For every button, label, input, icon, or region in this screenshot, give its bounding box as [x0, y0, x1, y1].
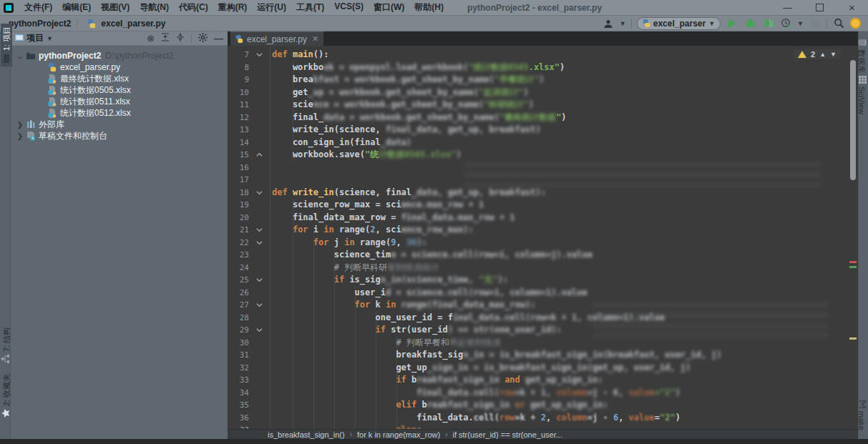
fold-marker-icon[interactable]	[249, 324, 270, 337]
code-token: if	[376, 325, 391, 335]
tool-window-button[interactable]: 数据库	[856, 36, 867, 76]
line-number: 29	[228, 324, 249, 337]
code-token: final_data.cell(	[416, 388, 499, 398]
menu-item[interactable]: 窗口(W)	[369, 1, 409, 14]
user-icon[interactable]	[602, 17, 615, 30]
tree-item[interactable]: ❯外部库	[11, 119, 228, 130]
profiler-dropdown-icon[interactable]: ▼	[797, 20, 804, 27]
menu-item[interactable]: 重构(R)	[213, 1, 253, 14]
tree-item[interactable]: ❯草稿文件和控制台	[11, 130, 228, 142]
menu-item[interactable]: 运行(U)	[252, 1, 291, 14]
run-button[interactable]	[726, 17, 738, 30]
code-token: "早餐统计"	[494, 74, 539, 84]
header-divider	[191, 34, 192, 43]
fold-marker-icon[interactable]	[249, 187, 270, 199]
hide-panel-icon[interactable]: —	[214, 33, 223, 44]
tree-item[interactable]: 统计数据0511.xlsx	[11, 96, 228, 107]
menu-item[interactable]: 代码(C)	[174, 1, 213, 14]
tool-window-button[interactable]: 2: 收藏夹	[1, 371, 12, 420]
code-line: 13 write_in(science, final_data, get_up,…	[228, 124, 858, 137]
chevron-down-icon[interactable]: ▼	[47, 35, 53, 42]
code-token: =k +	[515, 413, 541, 423]
menu-item[interactable]: 导航(N)	[135, 1, 174, 14]
maximize-button[interactable]	[804, 0, 836, 15]
tool-window-button[interactable]: SciView	[857, 73, 867, 117]
chevron-collapsed-icon: ❯	[15, 121, 25, 129]
code-line: 32 get_up_sign_in = is_breakfast_sign_in…	[228, 362, 858, 375]
fold-marker-icon[interactable]	[249, 49, 270, 61]
close-button[interactable]: ×	[836, 0, 868, 15]
excel-icon	[47, 86, 58, 95]
settings-gear-icon[interactable]	[198, 33, 208, 44]
breadcrumb-item[interactable]: if str(user_id) == str(one_user...	[452, 430, 562, 439]
menu-item[interactable]: 文件(F)	[19, 1, 57, 14]
promotion-icon[interactable]	[850, 18, 861, 29]
stop-button[interactable]	[809, 17, 821, 30]
code-token: )	[523, 87, 528, 97]
nav-crumb-file[interactable]: excel_parser.py	[99, 19, 167, 29]
fold-marker-icon[interactable]	[249, 237, 270, 250]
run-configuration-select[interactable]: excel_parser ▼	[637, 17, 721, 30]
code-token: is_sig	[349, 275, 380, 285]
code-token: =j - 6,	[587, 388, 629, 398]
fold-spacer	[249, 87, 270, 99]
fold-spacer	[249, 362, 270, 375]
code-text	[270, 174, 272, 187]
menu-item[interactable]: 编辑(E)	[57, 1, 96, 14]
prev-problem-icon[interactable]: ▲	[819, 51, 826, 58]
tree-item[interactable]: ⌄pythonProject2D:\pythonProject2	[11, 50, 228, 61]
search-everywhere-icon[interactable]	[832, 17, 845, 30]
fold-spacer	[249, 399, 270, 412]
breadcrumb-item[interactable]: for k in range(max_row)	[357, 430, 440, 439]
menu-item[interactable]: VCS(S)	[329, 1, 369, 14]
code-line: 27 for k in range(final_data_max_row):	[228, 299, 858, 312]
locate-file-icon[interactable]: ⊗	[147, 33, 155, 44]
breadcrumb-item[interactable]: is_breakfast_sign_in()	[268, 430, 345, 439]
tool-window-button[interactable]: make	[857, 398, 867, 433]
code-token: :	[416, 425, 421, 429]
fold-marker-icon[interactable]	[249, 224, 270, 237]
breadcrumb-separator-icon: ›	[345, 430, 357, 438]
tool-window-label: 1: 项目	[2, 26, 11, 51]
line-number: 16	[228, 162, 249, 174]
fold-marker-icon[interactable]	[249, 299, 270, 312]
line-number: 13	[228, 124, 249, 137]
tree-item[interactable]: 统计数据0505.xlsx	[11, 84, 228, 96]
collapse-all-icon[interactable]	[176, 33, 185, 44]
code-token: 计数据0505.xlsx"	[379, 149, 456, 159]
editor-scrollbar[interactable]	[850, 60, 856, 180]
project-panel-title[interactable]: 项目	[26, 32, 44, 44]
code-token: in	[323, 225, 339, 235]
minimize-button[interactable]: —	[771, 0, 804, 15]
tree-item[interactable]: excel_parser.py	[11, 61, 228, 73]
menu-item[interactable]: 视图(V)	[96, 1, 135, 14]
code-line: 26 user_id = science.cell(row=i, column=…	[228, 287, 858, 300]
tree-item[interactable]: 统计数据0512.xlsx	[11, 107, 228, 119]
fold-spacer	[249, 112, 270, 124]
code-line: 37 else:	[228, 424, 858, 429]
stripe-mark-yellow	[849, 337, 857, 340]
tree-item-label: 统计数据0505.xlsx	[60, 84, 131, 97]
user-dropdown-icon[interactable]: ▼	[620, 20, 626, 27]
code-editor[interactable]: 7def main():8 workbook = openpyxl.load_w…	[228, 46, 858, 429]
inspections-widget[interactable]: 2 ▲ ▼	[794, 49, 841, 59]
editor-tab[interactable]: excel_parser.py ✕	[230, 31, 323, 46]
next-problem-icon[interactable]: ▼	[830, 51, 837, 58]
debug-button[interactable]	[743, 17, 756, 30]
tool-window-button[interactable]: 1: 项目	[1, 24, 12, 66]
tab-close-icon[interactable]: ✕	[312, 34, 318, 44]
code-token: science_tim	[272, 250, 391, 260]
run-with-coverage-button[interactable]	[761, 17, 774, 30]
tree-item[interactable]: 最终统计数据.xlsx	[11, 73, 228, 84]
expand-all-icon[interactable]	[161, 33, 170, 44]
fold-spacer	[249, 349, 270, 362]
code-token: .xlsx"	[529, 62, 560, 72]
nav-crumb-project[interactable]: pythonProject2	[7, 19, 72, 29]
code-token: "科研统计"	[484, 99, 528, 109]
tool-window-button[interactable]: 7: 结构	[1, 325, 12, 366]
menu-item[interactable]: 工具(T)	[291, 1, 329, 14]
menu-item[interactable]: 帮助(H)	[409, 1, 449, 14]
fold-marker-icon[interactable]	[249, 149, 270, 162]
fold-marker-icon[interactable]	[249, 274, 270, 287]
profiler-button[interactable]	[779, 17, 792, 30]
